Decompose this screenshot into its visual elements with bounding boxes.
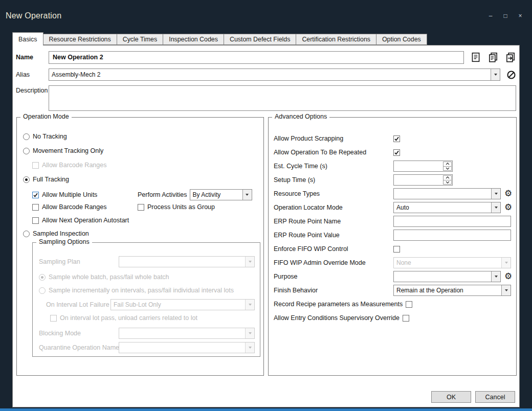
allow-next-operation-autostart-checkbox[interactable]: [32, 217, 39, 224]
copy-documents-icon[interactable]: [487, 52, 499, 63]
sampled-inspection-label: Sampled Inspection: [33, 230, 89, 237]
new-operation-dialog: New Operation – □ × Basics Resource Rest…: [0, 0, 532, 411]
allow-operation-repeated-row: Allow Operation To Be Repeated: [274, 147, 510, 158]
name-input[interactable]: [49, 51, 464, 64]
decrement-chevron-icon[interactable]: [444, 180, 451, 185]
tab-cycle-times[interactable]: Cycle Times: [117, 34, 163, 45]
description-input[interactable]: [49, 85, 516, 111]
enforce-fifo-wip-control-checkbox[interactable]: [393, 246, 400, 253]
allow-operation-to-be-repeated-label: Allow Operation To Be Repeated: [274, 149, 393, 156]
gear-icon[interactable]: ⚙: [504, 272, 512, 281]
blocking-mode-row: Blocking Mode: [39, 328, 255, 339]
chevron-down-icon: [501, 258, 511, 268]
maximize-button[interactable]: □: [502, 12, 509, 19]
description-label: Description: [16, 85, 49, 94]
interval-lot-failure-row: On Interval Lot Failure Fail Sub-Lot Onl…: [46, 299, 255, 310]
tab-resource-restrictions[interactable]: Resource Restrictions: [43, 34, 117, 45]
allow-product-scrapping-label: Allow Product Scrapping: [274, 135, 393, 142]
tab-basics[interactable]: Basics: [12, 32, 43, 45]
allow-operation-to-be-repeated-checkbox[interactable]: [393, 149, 400, 156]
purpose-label: Purpose: [274, 273, 393, 280]
chevron-down-icon[interactable]: [491, 69, 500, 80]
interval-lot-pass-row: On interval lot pass, unload carriers re…: [50, 313, 255, 323]
est-cycle-time-spinner[interactable]: [393, 161, 453, 172]
resource-types-combobox[interactable]: [393, 188, 501, 199]
alias-row: Alias Assembly-Mech 2: [16, 68, 516, 81]
increment-chevron-icon[interactable]: [444, 162, 451, 167]
tab-option-codes[interactable]: Option Codes: [376, 34, 427, 45]
decrement-chevron-icon[interactable]: [444, 167, 451, 171]
allow-entry-conditions-override-checkbox[interactable]: [403, 315, 409, 322]
setup-time-spinner[interactable]: [393, 174, 453, 186]
increment-chevron-icon[interactable]: [444, 176, 451, 180]
allow-product-scrapping-checkbox[interactable]: [393, 135, 400, 142]
allow-product-scrapping-row: Allow Product Scrapping: [274, 133, 510, 144]
process-units-as-group-checkbox[interactable]: [138, 204, 144, 211]
chevron-down-icon: [245, 257, 254, 267]
movement-tracking-row: Movement Tracking Only: [23, 146, 259, 155]
perform-activities-combobox[interactable]: By Activity: [190, 189, 252, 200]
movement-tracking-only-radio[interactable]: [23, 148, 30, 154]
barcode-ranges-row: Allow Barcode Ranges Process Units as Gr…: [32, 202, 259, 212]
allow-entry-conditions-override-label: Allow Entry Conditions Supervisory Overr…: [274, 314, 403, 322]
allow-barcode-ranges-label: Allow Barcode Ranges: [42, 203, 106, 211]
record-recipe-parameters-checkbox[interactable]: [406, 301, 412, 308]
full-tracking-radio[interactable]: [23, 176, 30, 183]
cancel-button[interactable]: Cancel: [475, 391, 515, 403]
erp-route-point-name-input[interactable]: [393, 216, 511, 227]
no-tracking-radio[interactable]: [23, 133, 30, 140]
alias-combobox[interactable]: Assembly-Mech 2: [49, 68, 500, 81]
quarantine-operation-row: Quarantine Operation Name: [39, 342, 255, 353]
est-cycle-time-input[interactable]: [394, 161, 442, 171]
ok-button[interactable]: OK: [431, 391, 471, 403]
erp-route-point-name-label: ERP Route Point Name: [274, 218, 393, 225]
fifo-wip-admin-override-mode-label: FIFO WIP Admin Override Mode: [274, 259, 393, 266]
tab-certification-restrictions[interactable]: Certification Restrictions: [296, 34, 376, 45]
gear-icon[interactable]: ⚙: [504, 189, 512, 198]
erp-route-point-value-row: ERP Route Point Value: [274, 230, 510, 241]
tab-custom-defect-fields[interactable]: Custom Defect Fields: [224, 34, 296, 45]
purpose-combobox[interactable]: [393, 271, 501, 282]
close-button[interactable]: ×: [517, 12, 524, 19]
multiple-units-row: Allow Multiple Units Perform Activities …: [32, 189, 259, 200]
on-interval-lot-pass-checkbox: [50, 315, 57, 322]
on-interval-lot-failure-value: Fail Sub-Lot Only: [111, 301, 245, 308]
purpose-row: Purpose ⚙: [274, 271, 510, 282]
minimize-button[interactable]: –: [487, 12, 494, 19]
allow-barcode-ranges-checkbox[interactable]: [32, 204, 39, 211]
finish-behavior-row: Finish Behavior Remain at the Operation: [274, 285, 510, 296]
circle-slash-icon[interactable]: [506, 70, 516, 80]
chevron-down-icon[interactable]: [242, 190, 252, 200]
dialog-content: Name Alias Assembly-Mech 2: [12, 45, 520, 407]
finish-behavior-combobox[interactable]: Remain at the Operation: [393, 285, 511, 296]
operation-locator-mode-row: Operation Locator Mode Auto ⚙: [274, 202, 510, 213]
tab-strip: Basics Resource Restrictions Cycle Times…: [12, 32, 427, 45]
tab-inspection-codes[interactable]: Inspection Codes: [163, 34, 224, 45]
perform-activities-label: Perform Activities: [138, 191, 187, 198]
sampled-inspection-radio[interactable]: [23, 231, 30, 237]
allow-multiple-units-checkbox[interactable]: [32, 192, 39, 198]
chevron-down-icon[interactable]: [501, 285, 511, 295]
finish-behavior-value: Remain at the Operation: [394, 287, 501, 294]
sample-whole-batch-label: Sample whole batch, pass/fail whole batc…: [49, 273, 169, 281]
est-cycle-time-row: Est. Cycle Time (s): [274, 161, 510, 172]
sampling-plan-combobox: [119, 256, 255, 267]
dialog-footer: OK Cancel: [431, 391, 515, 403]
chevron-down-icon[interactable]: [491, 271, 500, 282]
operation-locator-mode-combobox[interactable]: Auto: [393, 202, 501, 213]
erp-route-point-value-input[interactable]: [393, 230, 511, 241]
operation-mode-groupbox: Operation Mode No Tracking Movement Trac…: [16, 117, 264, 376]
setup-time-input[interactable]: [394, 175, 442, 185]
autostart-row: Allow Next Operation Autostart: [32, 216, 259, 225]
resource-types-row: Resource Types ⚙: [274, 188, 510, 199]
chevron-down-icon[interactable]: [491, 202, 500, 213]
sampled-inspection-row: Sampled Inspection: [23, 229, 259, 238]
movement-allow-barcode-ranges-label: Allow Barcode Ranges: [42, 162, 106, 169]
advanced-options-groupbox: Advanced Options Allow Product Scrapping…: [268, 117, 517, 376]
chevron-down-icon: [245, 328, 254, 338]
import-document-icon[interactable]: [505, 52, 516, 63]
gear-icon[interactable]: ⚙: [504, 203, 512, 212]
chevron-down-icon: [245, 342, 254, 353]
document-lines-icon[interactable]: [470, 52, 481, 63]
chevron-down-icon[interactable]: [491, 189, 500, 199]
